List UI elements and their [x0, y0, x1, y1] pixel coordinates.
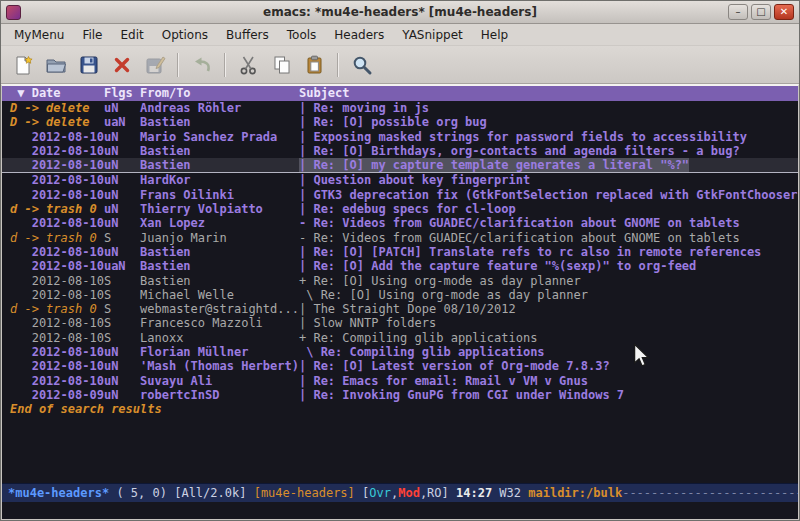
modeline-plain: ( 5, 0) [All/2.0k] [109, 484, 254, 502]
msg-subject: | Re: Invoking GnuPG from CGI under Wind… [299, 388, 798, 402]
msg-subject-text: | GTK3 deprecation fix (GtkFontSelection… [299, 188, 798, 202]
msg-subject: | Re: [O] Latest version of Org-mode 7.8… [299, 359, 798, 373]
maximize-button[interactable]: □ [751, 4, 771, 20]
msg-subject: | GTK3 deprecation fix (GtkFontSelection… [299, 188, 798, 202]
message-row[interactable]: 2012-08-10SFrancesco Mazzoli| Slow NNTP … [2, 316, 798, 330]
open-file-button[interactable] [40, 50, 71, 80]
cut-icon [238, 54, 260, 76]
search-button[interactable] [346, 50, 377, 80]
msg-flags: uN [104, 374, 140, 388]
msg-from: webmaster@straightd... [140, 302, 299, 316]
msg-date-or-mark: 2012-08-10 [10, 158, 104, 172]
minimize-button[interactable]: – [728, 4, 748, 20]
menu-yasnippet[interactable]: YASnippet [393, 25, 472, 45]
message-row[interactable]: 2012-08-10uN'Mash (Thomas Herbert)| Re: … [2, 359, 798, 373]
msg-flags: S [104, 274, 140, 288]
save-as-button[interactable] [139, 50, 170, 80]
close-button[interactable]: ✕ [774, 4, 794, 20]
msg-subject-text: | Re: [O] Latest version of Org-mode 7.8… [299, 359, 610, 373]
column-from[interactable]: From/To [140, 86, 299, 101]
message-row[interactable]: 2012-08-10uNBastien| Re: [O] [PATCH] Tra… [2, 245, 798, 259]
msg-subject-text: | Re: moving in js [299, 101, 429, 115]
window-title: emacs: *mu4e-headers* [mu4e-headers] [1, 5, 799, 19]
titlebar[interactable]: emacs: *mu4e-headers* [mu4e-headers] – □… [1, 1, 799, 24]
msg-from: Lanoxx [140, 331, 299, 345]
message-row[interactable]: 2012-08-10uNHardKor| Question about key … [2, 173, 798, 187]
msg-subject: | Re: [O] my capture template generates … [299, 158, 798, 172]
msg-flags: S [104, 316, 140, 330]
msg-flags: uN [104, 188, 140, 202]
menu-tools[interactable]: Tools [278, 25, 326, 45]
menu-buffers[interactable]: Buffers [217, 25, 278, 45]
end-of-search-results: End of search results [2, 402, 798, 417]
message-row[interactable]: 2012-08-10uNFrans Oilinki| GTK3 deprecat… [2, 188, 798, 202]
msg-subject: | Question about key fingerprint [299, 173, 798, 187]
message-row[interactable]: d -> trash 0Swebmaster@straightd...| The… [2, 302, 798, 316]
column-subject[interactable]: Subject [299, 86, 798, 101]
menu-edit[interactable]: Edit [112, 25, 153, 45]
msg-from: Bastien [140, 274, 299, 288]
close-buffer-icon [111, 54, 133, 76]
undo-icon [191, 54, 213, 76]
msg-subject-text: | Re: Emacs for email: Rmail v VM v Gnus [299, 374, 588, 388]
message-row[interactable]: D -> deleteuaNBastien| Re: [O] possible … [2, 115, 798, 129]
msg-subject-text: \ Re: Compiling glib applications [299, 345, 545, 359]
menu-headers[interactable]: Headers [325, 25, 393, 45]
search-icon [351, 54, 373, 76]
message-row[interactable]: 2012-08-10uNXan Lopez- Re: Videos from G… [2, 216, 798, 230]
new-file-button[interactable] [7, 50, 38, 80]
msg-subject-text: + Re: Compiling glib applications [299, 331, 537, 345]
message-row[interactable]: 2012-08-10uNSuvayu Ali| Re: Emacs for em… [2, 374, 798, 388]
menu-options[interactable]: Options [153, 25, 217, 45]
msg-from: Andreas Röhler [140, 101, 299, 115]
message-row[interactable]: 2012-08-10uNFlorian Müllner \ Re: Compil… [2, 345, 798, 359]
msg-subject-text: | Re: [O] possible org bug [299, 115, 487, 129]
copy-button[interactable] [266, 50, 297, 80]
modeline-buffer-name: *mu4e-headers* [8, 484, 109, 502]
msg-date-or-mark: 2012-08-10 [10, 216, 104, 230]
msg-from: robertcInSD [140, 388, 299, 402]
msg-subject-text: + Re: [O] Using org-mode as day planner [299, 274, 581, 288]
window-icon[interactable] [6, 5, 21, 20]
msg-subject-text: | Re: Invoking GnuPG from CGI under Wind… [299, 388, 624, 402]
modeline-time: 14:27 [456, 484, 492, 502]
column-flags[interactable]: Flgs [104, 86, 140, 101]
modeline-plain: W32 [492, 484, 528, 502]
msg-flags: uN [104, 202, 140, 216]
message-row[interactable]: d -> trash 0SJuanjo Marin- Re: Videos fr… [2, 231, 798, 245]
msg-flags: S [104, 288, 140, 302]
column-date[interactable]: ▼ Date [10, 86, 104, 101]
message-row-current[interactable]: 2012-08-10uNBastien| Re: [O] my capture … [2, 158, 798, 173]
toolbar-separator [177, 53, 179, 77]
message-row[interactable]: 2012-08-10uaNBastien| Re: [O] Add the ca… [2, 259, 798, 273]
menu-help[interactable]: Help [472, 25, 517, 45]
msg-date-or-mark: 2012-08-10 [10, 288, 104, 302]
msg-subject: | Re: moving in js [299, 101, 798, 115]
message-row[interactable]: 2012-08-10SMichael Welle \ Re: [O] Using… [2, 288, 798, 302]
message-row[interactable]: 2012-08-10SBastien+ Re: [O] Using org-mo… [2, 274, 798, 288]
message-row[interactable]: 2012-08-10SLanoxx+ Re: Compiling glib ap… [2, 331, 798, 345]
msg-flags: S [104, 331, 140, 345]
msg-from: Frans Oilinki [140, 188, 299, 202]
message-row[interactable]: d -> trash 0uNThierry Volpiatto| Re: ede… [2, 202, 798, 216]
echo-area[interactable] [2, 502, 798, 520]
msg-subject: \ Re: [O] Using org-mode as day planner [299, 288, 798, 302]
paste-button[interactable] [299, 50, 330, 80]
message-row[interactable]: 2012-08-10uNBastien| Re: [O] Birthdays, … [2, 144, 798, 158]
message-row[interactable]: 2012-08-09uNrobertcInSD| Re: Invoking Gn… [2, 388, 798, 402]
msg-from: Mario Sanchez Prada [140, 130, 299, 144]
msg-subject-text: | Re: [O] Birthdays, org-contacts and ag… [299, 144, 740, 158]
menu-mymenu[interactable]: MyMenu [5, 25, 73, 45]
msg-date-or-mark: 2012-08-10 [10, 359, 104, 373]
close-buffer-button[interactable] [106, 50, 137, 80]
menu-file[interactable]: File [73, 25, 111, 45]
msg-date-or-mark: 2012-08-09 [10, 388, 104, 402]
save-button[interactable] [73, 50, 104, 80]
headers-column-header[interactable]: ▼ Date Flgs From/To Subject [2, 86, 798, 101]
undo-button[interactable] [186, 50, 217, 80]
msg-from: Bastien [140, 158, 299, 172]
msg-flags: uN [104, 216, 140, 230]
message-row[interactable]: D -> deleteuNAndreas Röhler| Re: moving … [2, 101, 798, 115]
cut-button[interactable] [233, 50, 264, 80]
message-row[interactable]: 2012-08-10uNMario Sanchez Prada| Exposin… [2, 130, 798, 144]
